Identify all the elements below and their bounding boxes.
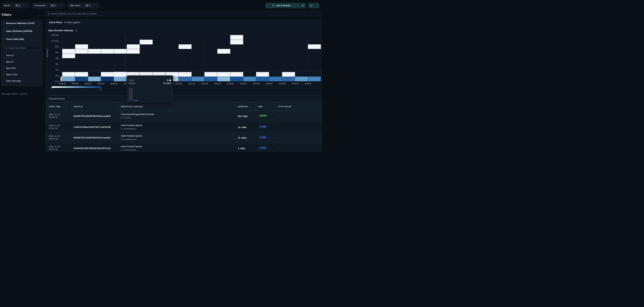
heatmap-count-cell[interactable] [101,72,114,77]
clear-filter-icon[interactable]: × [23,4,24,6]
heatmap-density-cell[interactable] [60,77,62,81]
heatmap-count-cell[interactable] [204,72,217,77]
heatmap-density-cell[interactable] [192,77,204,81]
column-header-http-status[interactable]: HTTP STATUS [278,102,293,111]
filter-value-chip[interactable]: All× [50,4,57,7]
cloud-icon [121,149,123,151]
table-row[interactable]: 2025-12-2310:03:4288a5b5fdf2a8394076b292… [46,133,322,143]
heatmap-density-cell[interactable] [62,77,75,81]
heatmap-density-cell[interactable] [75,77,88,81]
sort-descending-icon[interactable]: ↓ [62,105,63,108]
heatmap-density-cell[interactable] [88,77,101,81]
heatmap-hovered-cell[interactable] [114,72,127,77]
refresh-options-button[interactable] [314,3,319,8]
heatmap-count-cell[interactable] [114,49,127,54]
column-header-start-time[interactable]: START TIME↓ [49,102,63,111]
y-axis-tick-label: 10 s [47,75,59,77]
y-axis-tick-label: 50 s [47,51,59,53]
table-row[interactable]: 2025-12-2310:03:42429a9a9e5c0b51968a8159… [46,143,322,151]
heatmap-count-cell[interactable] [230,72,243,77]
chip-remove-icon[interactable]: × [54,4,56,6]
chevron-down-icon[interactable] [26,4,27,6]
table-row[interactable]: 2025-12-2310:03:427cd5b7e3f4bec925d27967… [46,122,322,133]
x-axis-tick-label: 09:59:45 [110,83,118,85]
filter-value-chip[interactable]: All× [14,4,22,7]
column-header-label: TRACE ID [74,106,82,108]
filter-pill-environment[interactable]: EnvironmentAll×× [32,3,64,8]
heatmap-count-cell[interactable] [62,49,75,54]
heatmap-count-cell[interactable] [127,44,140,49]
heatmap-count-cell[interactable] [88,49,101,54]
trace-field-item-trace-id[interactable]: Trace Id [4,53,40,58]
heatmap-count-cell[interactable] [308,44,321,49]
heatmap-density-cell[interactable] [204,77,217,81]
refresh-controls [308,3,319,8]
table-row[interactable]: 2025-12-2310:03:4288a5b5fdf2a8394076b292… [46,111,322,122]
column-header-trace-id[interactable]: TRACE ID [74,102,82,111]
heatmap-density-cell[interactable] [308,77,321,81]
heatmap-count-cell[interactable] [62,54,75,58]
clear-filter-icon[interactable]: × [93,4,94,6]
sort-descending-icon[interactable]: ↓ [249,105,250,108]
cell-http-status: - [278,126,279,128]
column-header-kind[interactable]: KIND [258,102,263,111]
time-back-button[interactable] [266,3,270,8]
chevron-down-icon[interactable] [61,4,62,6]
heatmap-density-cell[interactable] [217,77,230,81]
time-forward-button[interactable] [295,3,300,8]
chip-remove-icon[interactable]: × [89,4,90,6]
heatmap-count-cell[interactable] [178,44,192,49]
heatmap-density-cell[interactable] [114,77,127,81]
heatmap-count-cell[interactable] [75,49,88,54]
heatmap-count-cell[interactable] [256,72,269,77]
section-span-attributes[interactable]: Span Attributes (100/100) [1,28,42,34]
heatmap-density-cell[interactable] [295,77,308,81]
heatmap-density-cell[interactable] [178,77,192,81]
trace-field-item-status-code[interactable]: Status Code [4,72,40,77]
column-header-operation-service[interactable]: OPERATION & SERVICE [121,102,143,111]
heatmap-density-cell[interactable] [101,77,114,81]
zoom-out-button[interactable] [300,3,306,8]
trace-field-item-status-message[interactable]: Status Message [4,78,40,83]
trace-field-item-span-id[interactable]: Span Id [4,59,40,64]
filter-pill-span-name[interactable]: Span NameAll×× [68,3,99,8]
time-range-selector[interactable]: Last 5 minutes [270,3,295,8]
column-header-duration[interactable]: DURATION↓ [238,102,250,111]
heatmap-density-cell[interactable] [256,77,269,81]
heatmap-count-cell[interactable] [140,40,152,44]
filter-pill-service[interactable]: ServiceAll×× [1,3,29,8]
heatmap-count-cell[interactable] [101,49,114,54]
heatmap-count-cell[interactable] [282,72,295,77]
heatmap-count-cell[interactable] [217,72,230,77]
y-axis-tick-label: 1.33 mins [47,34,59,36]
heatmap-density-cell[interactable] [269,77,282,81]
heatmap-count-cell[interactable] [62,72,75,77]
filter-pill-body: All×× [82,3,99,8]
heatmap-density-cell[interactable] [243,77,256,81]
trace-search-input[interactable]: Search attributes, trace ID, span kind, … [46,11,322,16]
refresh-button[interactable] [308,3,314,8]
x-axis-tick-label: 10:02:15 [240,83,247,85]
chip-remove-icon[interactable]: × [19,4,20,6]
section-trace-fields-header[interactable]: Trace Fields (5/5) [2,36,42,42]
heatmap-count-cell[interactable] [230,35,243,40]
heatmap-count-cell[interactable] [75,44,88,49]
heatmap-count-cell[interactable] [178,72,192,77]
cloud-icon [121,117,123,118]
heatmap-density-cell[interactable] [282,77,295,81]
trace-fields-search-input[interactable]: Search trace fields... [4,46,40,50]
chevron-down-icon[interactable] [96,4,97,6]
heatmap-density-cell[interactable] [230,77,243,81]
section-resource-attributes[interactable]: Resource Attributes (37/37) [1,20,42,27]
clear-filter-icon[interactable]: × [58,4,60,6]
heatmap-count-cell[interactable] [217,49,230,54]
heatmap-count-cell[interactable] [75,72,88,77]
service-name: frontend-proxy [124,149,136,151]
filter-value-chip[interactable]: All× [84,4,92,7]
heatmap-count-cell[interactable] [230,40,243,44]
chevron-down-icon [3,38,5,39]
trace-field-item-span-kind[interactable]: Span Kind [4,66,40,71]
heatmap-plot[interactable]: 0 ms10 s20 s30 s40 s50 s1 min1.17 mins1.… [46,27,322,95]
sidebar-collapse-button[interactable]: ‹ [39,14,40,17]
heatmap-count-cell[interactable] [127,49,140,54]
